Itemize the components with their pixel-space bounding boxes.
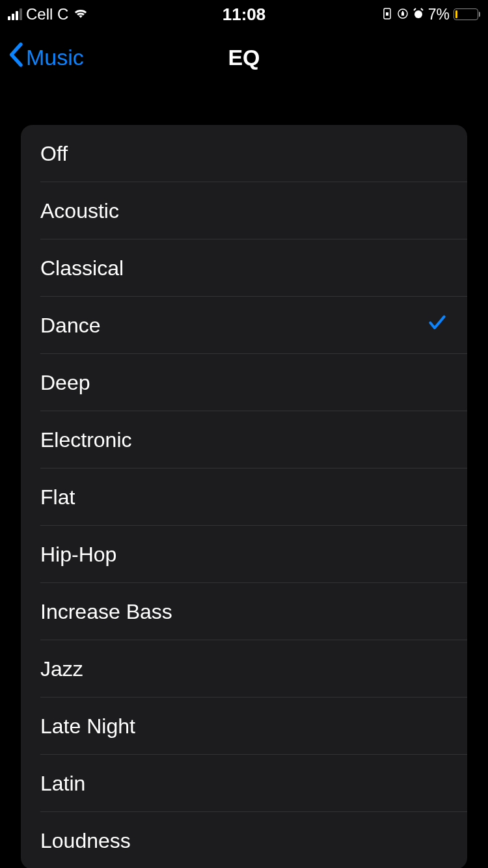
orientation-lock-icon: [397, 6, 409, 23]
eq-option-label: Deep: [40, 371, 90, 395]
page-title: EQ: [228, 45, 260, 70]
battery-percent-label: 7%: [428, 6, 450, 23]
eq-option-label: Acoustic: [40, 199, 119, 223]
eq-option-jazz[interactable]: Jazz: [21, 640, 467, 698]
back-button[interactable]: Music: [8, 42, 84, 72]
back-label: Music: [26, 45, 84, 70]
status-right: 7%: [381, 6, 480, 23]
wifi-icon: [72, 5, 89, 23]
eq-option-dance[interactable]: Dance: [21, 297, 467, 354]
eq-option-loudness[interactable]: Loudness: [21, 812, 467, 868]
eq-option-label: Flat: [40, 485, 75, 509]
eq-option-hip-hop[interactable]: Hip-Hop: [21, 526, 467, 583]
eq-option-label: Off: [40, 142, 68, 166]
battery-icon: [454, 8, 480, 20]
carrier-label: Cell C: [26, 5, 68, 23]
svg-point-5: [414, 10, 422, 18]
eq-option-label: Loudness: [40, 829, 131, 853]
eq-option-label: Classical: [40, 256, 124, 280]
eq-option-electronic[interactable]: Electronic: [21, 411, 467, 468]
eq-option-increase-bass[interactable]: Increase Bass: [21, 583, 467, 640]
eq-option-latin[interactable]: Latin: [21, 755, 467, 812]
eq-option-label: Electronic: [40, 428, 132, 452]
svg-rect-4: [402, 11, 403, 13]
eq-option-off[interactable]: Off: [21, 125, 467, 182]
eq-option-label: Late Night: [40, 714, 135, 739]
checkmark-icon: [427, 312, 448, 338]
eq-option-label: Jazz: [40, 657, 83, 681]
eq-option-deep[interactable]: Deep: [21, 354, 467, 411]
cellular-signal-icon: [8, 8, 22, 20]
eq-option-label: Increase Bass: [40, 600, 172, 624]
status-time: 11:08: [223, 5, 266, 25]
navigation-bar: Music EQ: [0, 29, 488, 86]
eq-option-late-night[interactable]: Late Night: [21, 698, 467, 755]
eq-option-label: Latin: [40, 772, 85, 796]
eq-option-flat[interactable]: Flat: [21, 468, 467, 526]
eq-option-acoustic[interactable]: Acoustic: [21, 182, 467, 239]
status-bar: Cell C 11:08 7%: [0, 0, 488, 29]
svg-rect-1: [386, 12, 388, 16]
chevron-left-icon: [8, 42, 23, 72]
portrait-lock-icon: [381, 6, 393, 23]
eq-option-label: Hip-Hop: [40, 543, 116, 567]
alarm-icon: [413, 6, 424, 23]
eq-list: Off Acoustic Classical Dance Deep Electr…: [21, 125, 467, 868]
eq-option-label: Dance: [40, 314, 101, 338]
eq-option-classical[interactable]: Classical: [21, 239, 467, 297]
status-left: Cell C: [8, 5, 89, 23]
